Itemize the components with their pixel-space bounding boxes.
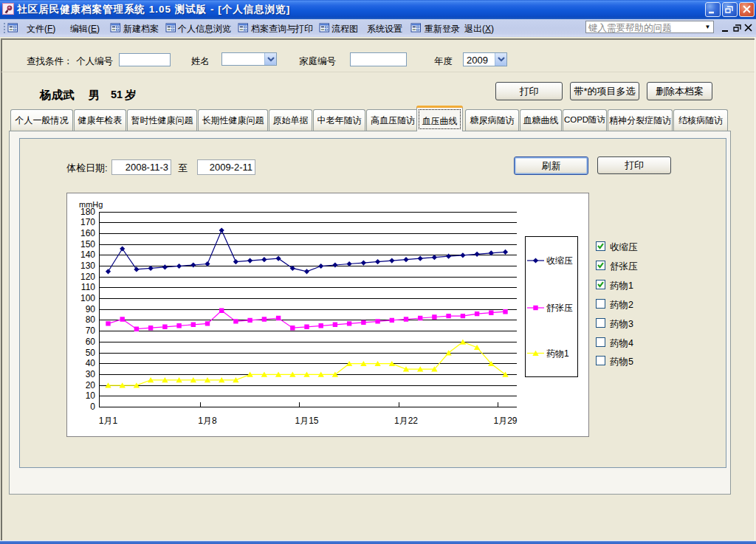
svg-text:50: 50 xyxy=(86,348,96,358)
svg-text:20: 20 xyxy=(86,380,96,390)
svg-text:药物1: 药物1 xyxy=(546,348,569,359)
svg-text:30: 30 xyxy=(86,369,96,379)
svg-text:1月22: 1月22 xyxy=(394,416,418,426)
svg-text:70: 70 xyxy=(86,326,96,336)
svg-text:0: 0 xyxy=(90,402,95,412)
svg-text:130: 130 xyxy=(80,261,95,271)
svg-text:90: 90 xyxy=(86,304,96,314)
svg-text:140: 140 xyxy=(80,249,95,260)
svg-text:40: 40 xyxy=(86,358,96,368)
svg-text:1月15: 1月15 xyxy=(295,416,318,426)
svg-text:160: 160 xyxy=(80,228,95,238)
svg-text:1月1: 1月1 xyxy=(99,416,118,426)
svg-text:170: 170 xyxy=(80,217,95,227)
svg-text:10: 10 xyxy=(86,390,96,401)
svg-text:舒张压: 舒张压 xyxy=(546,303,573,313)
svg-text:110: 110 xyxy=(81,282,95,292)
svg-text:收缩压: 收缩压 xyxy=(546,255,573,266)
svg-text:120: 120 xyxy=(80,272,95,282)
svg-text:1月29: 1月29 xyxy=(493,416,517,426)
svg-text:100: 100 xyxy=(80,293,95,303)
svg-text:1月8: 1月8 xyxy=(198,416,217,426)
svg-text:150: 150 xyxy=(80,239,95,249)
svg-text:60: 60 xyxy=(86,337,96,347)
svg-text:180: 180 xyxy=(80,207,95,217)
svg-text:80: 80 xyxy=(86,314,96,325)
